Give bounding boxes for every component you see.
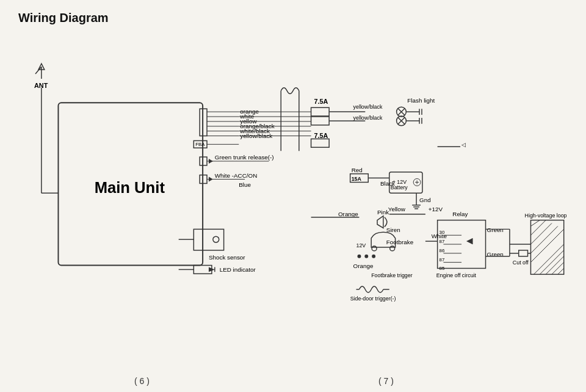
label-green1: Green bbox=[487, 227, 503, 233]
label-horn: ◁ bbox=[461, 142, 466, 148]
svg-point-63 bbox=[372, 246, 377, 251]
svg-rect-34 bbox=[311, 117, 330, 125]
page: Wiring Diagram ANT Main Unit orange w bbox=[0, 0, 586, 392]
label-white2: White bbox=[432, 233, 447, 239]
svg-line-80 bbox=[530, 220, 546, 236]
svg-marker-18 bbox=[209, 177, 213, 182]
label-12v-footbrake: 12V bbox=[356, 242, 366, 249]
label-footbrake-trigger: Footbrake trigger bbox=[371, 272, 413, 278]
label-yb1: yellow/black bbox=[353, 104, 383, 110]
label-red: Red bbox=[352, 167, 363, 173]
label-15a: 15A bbox=[352, 176, 362, 182]
svg-marker-15 bbox=[209, 159, 213, 164]
label-fuse2: 7.5A bbox=[314, 132, 328, 139]
svg-line-87 bbox=[552, 263, 564, 275]
label-fuse1: 7.5A bbox=[314, 98, 328, 105]
svg-line-79 bbox=[530, 220, 540, 227]
label-white-acc: White -ACC/ON bbox=[215, 172, 257, 179]
svg-line-84 bbox=[534, 244, 563, 274]
svg-point-67 bbox=[372, 255, 375, 258]
label-led-indicator: LED indicator bbox=[220, 266, 256, 273]
svg-marker-75 bbox=[466, 238, 472, 244]
label-orange3: Orange bbox=[353, 263, 374, 269]
diagram-area: ANT Main Unit orange white yellow orange… bbox=[12, 31, 574, 374]
label-plus12v: +12V bbox=[429, 206, 443, 212]
svg-line-82 bbox=[530, 226, 557, 253]
svg-line-81 bbox=[530, 223, 552, 245]
page-number-left: ( 6 ) bbox=[134, 376, 150, 386]
label-fba: FBA bbox=[195, 142, 205, 147]
label-green-trunk: Green trunk release(-) bbox=[215, 154, 274, 161]
svg-point-66 bbox=[364, 255, 368, 258]
label-yellow-black: yellow/black bbox=[240, 132, 272, 139]
svg-rect-16 bbox=[200, 175, 207, 184]
label-yellow2: Yellow bbox=[388, 206, 406, 212]
page-number-right: ( 7 ) bbox=[378, 376, 394, 386]
relay-pin-87b: 87 bbox=[440, 257, 445, 263]
label-orange2: Orange bbox=[338, 211, 358, 217]
svg-line-85 bbox=[540, 250, 563, 274]
page-title: Wiring Diagram bbox=[18, 11, 109, 25]
svg-line-1 bbox=[35, 67, 42, 74]
label-blue: Blue bbox=[239, 181, 251, 188]
label-side-door: Side-door trigger(-) bbox=[350, 296, 396, 302]
main-unit-label: Main Unit bbox=[95, 179, 165, 196]
svg-rect-78 bbox=[530, 220, 563, 275]
svg-rect-36 bbox=[311, 139, 330, 147]
label-yb2: yellow/black bbox=[353, 115, 383, 121]
label-footbrake: Footbrake bbox=[386, 239, 414, 245]
svg-rect-4 bbox=[200, 109, 207, 136]
relay-pin-85: 85 bbox=[440, 266, 445, 271]
svg-point-64 bbox=[390, 246, 395, 251]
label-battery2: Battery bbox=[391, 184, 408, 191]
label-shock-sensor: Shock sensor bbox=[209, 254, 245, 261]
relay-pin-86: 86 bbox=[440, 248, 445, 253]
label-pink: Pink bbox=[377, 209, 389, 216]
svg-marker-62 bbox=[377, 216, 383, 228]
svg-point-20 bbox=[213, 236, 219, 242]
svg-rect-13 bbox=[200, 157, 207, 165]
label-cut-off: Cut off bbox=[513, 260, 529, 266]
svg-rect-32 bbox=[311, 107, 330, 116]
label-gnd: Gnd bbox=[419, 197, 431, 203]
svg-point-65 bbox=[357, 255, 361, 258]
svg-line-88 bbox=[558, 268, 564, 274]
svg-line-83 bbox=[530, 229, 563, 262]
label-high-voltage: High-voltage loop bbox=[525, 212, 567, 219]
label-flash-light: Flash light bbox=[407, 97, 435, 104]
label-engine-off: Engine off circuit bbox=[436, 272, 477, 278]
svg-rect-90 bbox=[519, 250, 528, 256]
relay-pin-87a: 87 bbox=[440, 239, 445, 244]
label-relay: Relay bbox=[452, 211, 468, 217]
